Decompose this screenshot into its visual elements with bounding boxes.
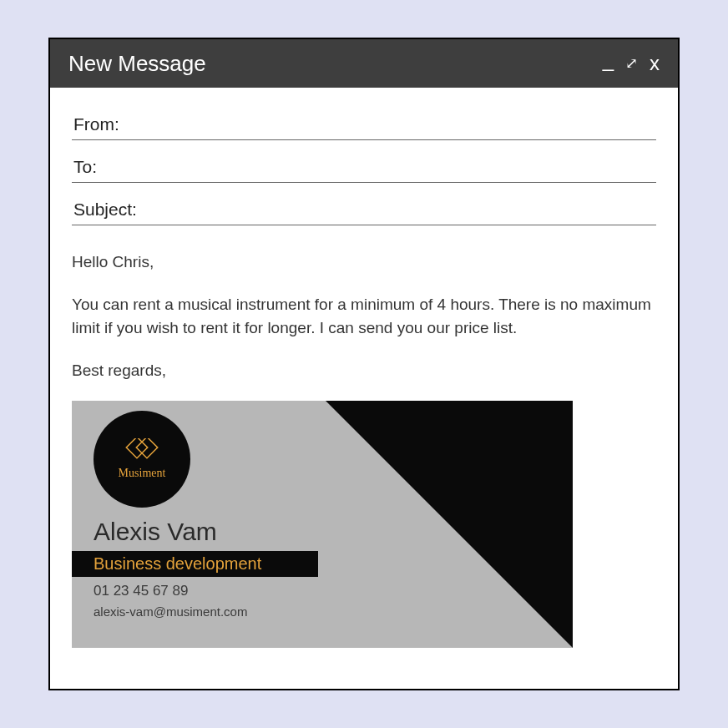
window-title: New Message [68,51,206,77]
sender-phone: 01 23 45 67 89 [94,583,188,599]
company-logo: Musiment [94,411,190,508]
signature-card: Musiment Alexis Vam Business development… [72,401,573,648]
compose-body: From: To: Subject: Hello Chris, You can … [50,88,678,665]
compose-window: New Message _ ⤢ x From: To: Subject: Hel… [48,38,680,690]
message-body[interactable]: Hello Chris, You can rent a musical inst… [72,250,656,382]
logo-diamonds-icon [124,438,159,463]
expand-icon[interactable]: ⤢ [625,56,638,71]
titlebar: New Message _ ⤢ x [50,39,678,88]
sender-role: Business development [72,551,318,577]
to-label: To: [73,157,97,176]
signature-triangle [326,401,573,648]
close-icon[interactable]: x [650,53,660,73]
signoff-line: Best regards, [72,359,656,383]
minimize-icon[interactable]: _ [603,50,614,70]
window-controls: _ ⤢ x [603,53,660,73]
sender-name: Alexis Vam [94,518,217,546]
greeting-line: Hello Chris, [72,250,656,275]
body-paragraph: You can rent a musical instrument for a … [72,293,656,341]
subject-label: Subject: [73,200,137,219]
company-name: Musiment [119,467,166,480]
from-field[interactable]: From: [72,109,656,140]
subject-field[interactable]: Subject: [72,195,656,225]
from-label: From: [73,114,119,134]
to-field[interactable]: To: [72,152,656,183]
sender-email: alexis-vam@musiment.com [94,604,247,619]
